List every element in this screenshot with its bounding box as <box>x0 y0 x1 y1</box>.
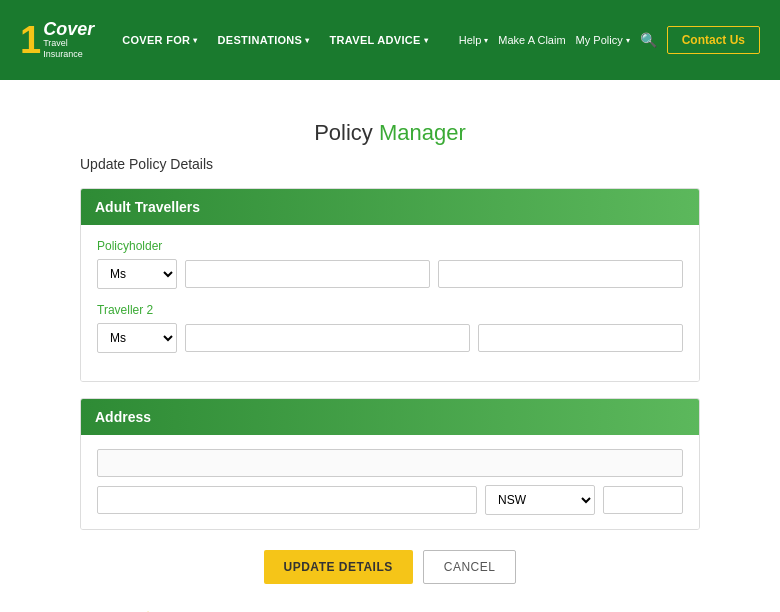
address-state-select[interactable]: ACT NSW NT QLD SA TAS VIC WA <box>485 485 595 515</box>
nav-help[interactable]: Help ▾ <box>459 34 489 46</box>
policyholder-label: Policyholder <box>97 239 683 253</box>
page-title-policy: Policy <box>314 120 379 145</box>
logo-cover-group: Cover TravelInsurance <box>43 20 94 60</box>
contact-us-button[interactable]: Contact Us <box>667 26 760 54</box>
page-title-manager: Manager <box>379 120 466 145</box>
address-header: Address <box>81 399 699 435</box>
nav-links: COVER FOR ▾ DESTINATIONS ▾ TRAVEL ADVICE… <box>114 30 459 50</box>
logo-cover-text: Cover <box>43 20 94 38</box>
adult-travellers-body: Policyholder Ms Mr Mrs Miss Dr Traveller… <box>81 225 699 381</box>
policyholder-row: Ms Mr Mrs Miss Dr <box>97 259 683 289</box>
logo-tagline: TravelInsurance <box>43 38 94 60</box>
nav-travel-advice[interactable]: TRAVEL ADVICE ▾ <box>322 30 436 50</box>
nav-my-policy[interactable]: My Policy ▾ <box>576 34 630 46</box>
logo-one: 1 <box>20 21 41 59</box>
adult-travellers-header: Adult Travellers <box>81 189 699 225</box>
address-suburb-input[interactable] <box>97 486 477 514</box>
page-title: Policy Manager <box>30 120 750 146</box>
address-postcode-input[interactable] <box>603 486 683 514</box>
policyholder-firstname-input[interactable] <box>185 260 430 288</box>
logo[interactable]: 1 Cover TravelInsurance <box>20 20 94 60</box>
help-chevron-icon: ▾ <box>484 36 488 45</box>
footer-note: ℹ If you need to change your date of bir… <box>30 604 750 612</box>
traveller2-title-select[interactable]: Ms Mr Mrs Miss Dr <box>97 323 177 353</box>
cover-for-chevron-icon: ▾ <box>193 36 197 45</box>
address-section: Address ACT NSW NT QLD SA TAS VIC WA <box>80 398 700 530</box>
address-street-input[interactable] <box>97 449 683 477</box>
address-body: ACT NSW NT QLD SA TAS VIC WA <box>81 435 699 529</box>
traveller2-lastname-input[interactable] <box>478 324 683 352</box>
main-content: Policy Manager Update Policy Details Adu… <box>0 80 780 612</box>
policyholder-lastname-input[interactable] <box>438 260 683 288</box>
section-subtitle: Update Policy Details <box>80 156 750 172</box>
adult-travellers-section: Adult Travellers Policyholder Ms Mr Mrs … <box>80 188 700 382</box>
destinations-chevron-icon: ▾ <box>305 36 309 45</box>
nav-destinations[interactable]: DESTINATIONS ▾ <box>210 30 318 50</box>
button-row: UPDATE DETAILS CANCEL <box>30 550 750 584</box>
nav-make-claim[interactable]: Make A Claim <box>498 34 565 46</box>
travel-advice-chevron-icon: ▾ <box>424 36 428 45</box>
traveller2-label: Traveller 2 <box>97 303 683 317</box>
policyholder-title-select[interactable]: Ms Mr Mrs Miss Dr <box>97 259 177 289</box>
nav-right: Help ▾ Make A Claim My Policy ▾ 🔍 Contac… <box>459 26 760 54</box>
nav-cover-for[interactable]: COVER FOR ▾ <box>114 30 205 50</box>
search-icon[interactable]: 🔍 <box>640 32 657 48</box>
traveller2-firstname-input[interactable] <box>185 324 470 352</box>
traveller2-row: Ms Mr Mrs Miss Dr <box>97 323 683 353</box>
cancel-button[interactable]: CANCEL <box>423 550 517 584</box>
my-policy-chevron-icon: ▾ <box>626 36 630 45</box>
navbar: 1 Cover TravelInsurance COVER FOR ▾ DEST… <box>0 0 780 80</box>
address-row: ACT NSW NT QLD SA TAS VIC WA <box>97 485 683 515</box>
update-details-button[interactable]: UPDATE DETAILS <box>264 550 413 584</box>
